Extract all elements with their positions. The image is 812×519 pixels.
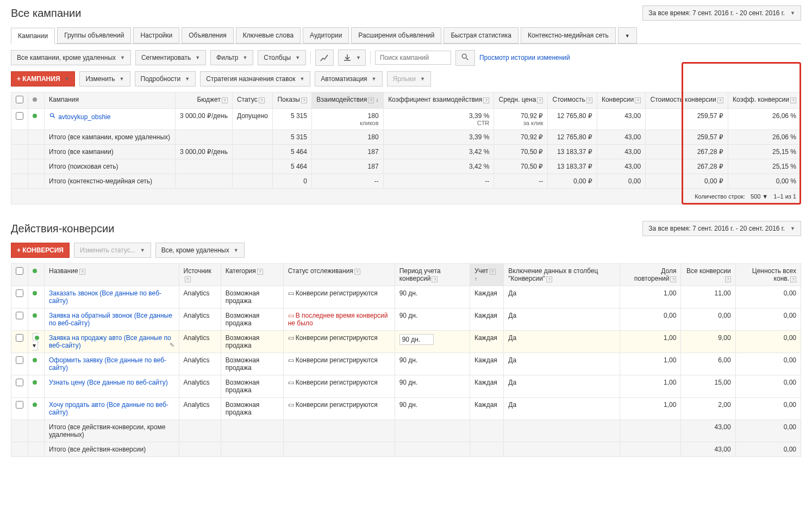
filter-campaigns-dropdown[interactable]: Все кампании, кроме удаленных	[11, 50, 131, 65]
tab-1[interactable]: Группы объявлений	[57, 27, 131, 44]
conversion-link[interactable]: Хочу продать авто (Все данные по веб-сай…	[49, 401, 168, 416]
select-all-checkbox[interactable]	[16, 96, 23, 103]
cell-all: 9,00	[681, 331, 735, 353]
status-dot-icon[interactable]	[33, 291, 37, 295]
tab-3[interactable]: Объявления	[182, 27, 233, 44]
cell-tracking: ▭Конверсии регистрируются	[283, 398, 395, 420]
col-budget[interactable]: Бюджет?	[175, 92, 232, 109]
filter-dropdown[interactable]: Фильтр	[210, 50, 253, 65]
select-all-conversions[interactable]	[16, 267, 23, 275]
row-checkbox[interactable]	[16, 401, 23, 409]
status-dot-icon[interactable]	[33, 403, 37, 407]
segment-dropdown[interactable]: Сегментировать	[135, 50, 206, 65]
ccol-source[interactable]: Источник?	[179, 264, 221, 286]
ccol-window[interactable]: Период учета конверсий?	[395, 264, 470, 286]
conversion-link[interactable]: Оформить заявку (Все данные по веб-сайту…	[49, 356, 166, 372]
col-cost-per-conv[interactable]: Стоимость конверсии?	[646, 92, 728, 109]
status-cell[interactable]	[28, 308, 45, 331]
tab-7[interactable]: Быстрая статистика	[444, 27, 519, 44]
change-status-dropdown[interactable]: Изменить статус...	[74, 243, 151, 258]
edit-dropdown[interactable]: Изменить	[79, 71, 130, 86]
cell-count: Каждая	[470, 353, 503, 375]
download-icon-button[interactable]	[338, 50, 366, 66]
tab-8[interactable]: Контекстно-медийная сеть	[521, 27, 616, 44]
total-row: Итого (все действия-конверсии, кроме уда…	[11, 420, 801, 442]
add-conversion-button[interactable]: + КОНВЕРСИЯ	[11, 243, 70, 258]
cell-tracking: ▭В последнее время конверсий не было	[283, 308, 395, 331]
toolbar-row-2: + КАМПАНИЯ Изменить Подробности Стратеги…	[11, 71, 801, 86]
ccol-include[interactable]: Включение данных в столбец "Конверсии"?	[504, 264, 620, 286]
chart-icon-button[interactable]	[315, 50, 334, 66]
date-range-picker-2[interactable]: За все время: 7 сент. 2016 г. - 20 сент.…	[642, 221, 801, 236]
cell-window[interactable]: 90 дн.	[395, 331, 470, 353]
row-checkbox[interactable]	[16, 356, 23, 364]
col-conv-rate[interactable]: Коэфф. конверсии?	[728, 92, 801, 109]
col-avg-cost[interactable]: Средн. цена?	[494, 92, 548, 109]
conversion-link[interactable]: Узнать цену (Все данные по веб-сайту)	[49, 379, 168, 386]
tab-6[interactable]: Расширения объявлений	[351, 27, 441, 44]
row-checkbox[interactable]	[16, 112, 23, 120]
tab-5[interactable]: Аудитории	[303, 27, 349, 44]
cell-all: 15,00	[681, 375, 735, 398]
cell-conv: 43,00	[597, 109, 646, 130]
ccol-repeat[interactable]: Доля повторений?	[620, 264, 681, 286]
history-link[interactable]: Просмотр истории изменений	[479, 54, 570, 61]
date-range-picker[interactable]: За все время: 7 сент. 2016 г. - 20 сент.…	[642, 5, 801, 21]
status-cell[interactable]	[28, 286, 45, 308]
search-button[interactable]	[455, 50, 475, 66]
total-label: Итого (все действия-конверсии)	[45, 442, 179, 457]
cell-count: Каждая	[470, 375, 503, 398]
automation-dropdown[interactable]: Автоматизация	[315, 71, 382, 86]
tab-2[interactable]: Настройки	[133, 27, 179, 44]
row-checkbox[interactable]	[16, 312, 23, 319]
ccol-value[interactable]: Ценность всех конв.?	[735, 264, 801, 286]
col-interaction-rate[interactable]: Коэффициент взаимодействия?	[383, 92, 494, 109]
columns-dropdown[interactable]: Столбцы	[258, 50, 306, 65]
tab-more[interactable]	[618, 27, 637, 44]
status-dot-icon[interactable]	[33, 358, 37, 362]
total-row: Итого (поисковая сеть) 5 464187 3,42 %70…	[11, 159, 801, 174]
conversion-filter-dropdown[interactable]: Все, кроме удаленных	[155, 243, 245, 258]
status-header-dot	[33, 269, 37, 273]
row-checkbox[interactable]	[16, 289, 23, 297]
cell-window: 90 дн.	[395, 286, 470, 308]
status-dot-icon[interactable]	[33, 313, 37, 318]
cell-value: 0,00	[735, 308, 801, 331]
pencil-icon[interactable]: ✎	[170, 342, 174, 349]
ccol-name[interactable]: Название?	[45, 264, 179, 286]
labels-dropdown[interactable]: Ярлыки	[387, 71, 431, 86]
add-campaign-button[interactable]: + КАМПАНИЯ	[11, 71, 75, 86]
magnifier-icon[interactable]	[49, 112, 57, 120]
conversion-link[interactable]: Заявка на обратный звонок (Все данные по…	[49, 312, 172, 327]
status-cell[interactable]	[28, 375, 45, 398]
tab-0[interactable]: Кампании	[11, 28, 55, 44]
campaign-link[interactable]: avtovykup_obshie	[58, 113, 110, 121]
conversion-link[interactable]: Заявка на продажу авто (Все данные по ве…	[49, 334, 171, 349]
conversion-link[interactable]: Заказать звонок (Все данные по веб-сайту…	[49, 289, 161, 305]
status-cell[interactable]: ▾	[28, 331, 45, 353]
row-checkbox[interactable]	[16, 379, 23, 386]
col-campaign[interactable]: Кампания	[45, 92, 176, 109]
col-conversions[interactable]: Конверсии?	[597, 92, 646, 109]
pager-rows-select[interactable]: 500 ▼	[751, 193, 768, 200]
bid-strategy-dropdown[interactable]: Стратегия назначения ставок	[200, 71, 310, 86]
page-title-campaigns: Все кампании	[11, 7, 81, 20]
col-status[interactable]: Статус?	[232, 92, 272, 109]
cell-source: Analytics	[179, 308, 221, 331]
ccol-category[interactable]: Категория?	[221, 264, 283, 286]
row-checkbox[interactable]	[16, 334, 23, 342]
tab-4[interactable]: Ключевые слова	[236, 27, 301, 44]
status-cell[interactable]	[28, 398, 45, 420]
status-dot-icon[interactable]	[33, 380, 37, 385]
col-cost[interactable]: Стоимость?	[548, 92, 597, 109]
ccol-all-conv[interactable]: Все конверсии?	[681, 264, 735, 286]
details-dropdown[interactable]: Подробности	[135, 71, 196, 86]
status-cell[interactable]	[28, 353, 45, 375]
col-interactions[interactable]: Взаимодействия? ↓	[311, 92, 383, 109]
ccol-count[interactable]: Учет? ↑	[470, 264, 503, 286]
table-row: Узнать цену (Все данные по веб-сайту) An…	[11, 375, 801, 398]
status-dot-icon[interactable]	[33, 114, 37, 118]
search-input[interactable]	[375, 51, 451, 65]
col-impressions[interactable]: Показы?	[273, 92, 312, 109]
ccol-tracking[interactable]: Статус отслеживания?	[283, 264, 395, 286]
